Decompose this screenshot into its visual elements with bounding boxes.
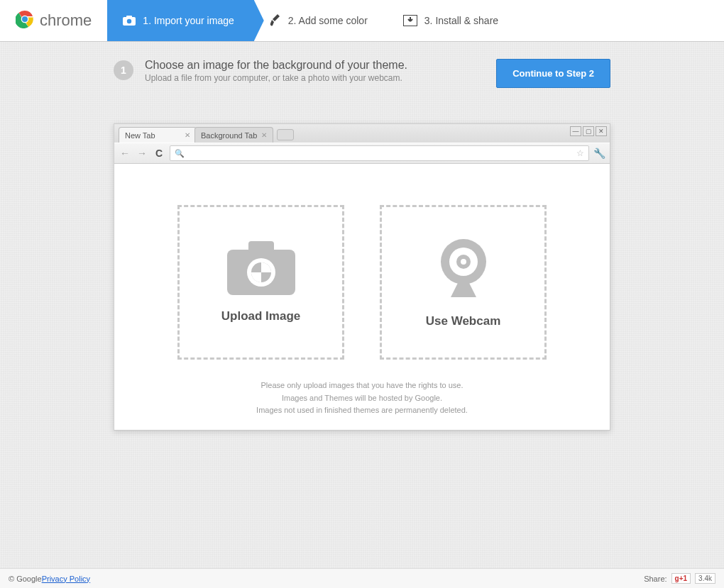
tab-new[interactable]: New Tab ✕ — [119, 127, 197, 143]
camera-icon — [123, 16, 136, 26]
page-body: Upload Image Use Webcam Please only uplo… — [114, 164, 610, 430]
svg-rect-4 — [126, 16, 132, 18]
continue-button[interactable]: Continue to Step 2 — [496, 59, 610, 88]
use-webcam-zone[interactable]: Use Webcam — [380, 205, 547, 360]
close-icon[interactable]: ✕ — [185, 131, 190, 139]
step-import[interactable]: 1. Import your image — [107, 0, 253, 41]
dropzones: Upload Image Use Webcam — [177, 205, 547, 360]
brand: chrome — [0, 0, 107, 41]
tab-label: Background Tab — [201, 131, 257, 140]
window-controls: — ▢ ✕ — [570, 126, 607, 136]
install-icon — [403, 15, 417, 26]
footer: © Google Privacy Policy Share: g+1 3.4k — [0, 568, 724, 588]
share-count: 3.4k — [695, 573, 715, 584]
page-subtitle: Upload a file from your computer, or tak… — [145, 73, 407, 83]
topbar: chrome 1. Import your image 2. Add some … — [0, 0, 724, 42]
toolbar: ← → C 🔍 ☆ 🔧 — [114, 143, 610, 164]
page-title: Choose an image for the background of yo… — [145, 59, 407, 72]
tab-background[interactable]: Background Tab ✕ — [194, 127, 273, 143]
upload-notes: Please only upload images that you have … — [256, 379, 468, 417]
omnibox[interactable]: 🔍 ☆ — [170, 145, 589, 161]
close-icon[interactable]: ✕ — [261, 131, 267, 139]
camera-icon — [227, 241, 295, 298]
share-label: Share: — [644, 575, 667, 583]
header-row: 1 Choose an image for the background of … — [114, 59, 610, 88]
close-button[interactable]: ✕ — [596, 126, 607, 136]
step-label: 3. Install & share — [424, 15, 498, 26]
gplus-button[interactable]: g+1 — [671, 573, 691, 584]
svg-point-5 — [127, 19, 131, 23]
chrome-logo-icon — [16, 10, 34, 31]
svg-rect-8 — [248, 241, 274, 253]
note-line: Images not used in finished themes are p… — [256, 404, 468, 417]
webcam-label: Use Webcam — [426, 314, 501, 328]
upload-label: Upload Image — [221, 309, 300, 323]
step-label: 1. Import your image — [143, 15, 234, 26]
wrench-icon[interactable]: 🔧 — [593, 148, 605, 159]
copyright: © Google — [9, 575, 42, 583]
step-badge: 1 — [114, 60, 133, 80]
webcam-icon — [435, 236, 492, 303]
share-group: Share: g+1 3.4k — [644, 573, 715, 584]
header-text: Choose an image for the background of yo… — [145, 59, 407, 83]
browser-preview: New Tab ✕ Background Tab ✕ — ▢ ✕ ← → C 🔍… — [114, 123, 610, 431]
header-left: 1 Choose an image for the background of … — [114, 59, 407, 83]
svg-point-2 — [22, 16, 28, 22]
new-tab-button[interactable] — [277, 129, 294, 140]
brand-name: chrome — [40, 11, 92, 30]
star-icon[interactable]: ☆ — [576, 148, 584, 158]
svg-point-14 — [461, 259, 466, 265]
note-line: Images and Themes will be hosted by Goog… — [256, 392, 468, 405]
step-color[interactable]: 2. Add some color — [254, 0, 388, 41]
brush-icon — [270, 14, 281, 27]
step-label: 2. Add some color — [288, 15, 368, 26]
forward-button[interactable]: → — [136, 147, 148, 160]
privacy-link[interactable]: Privacy Policy — [42, 575, 90, 583]
search-icon: 🔍 — [175, 149, 185, 158]
step-install[interactable]: 3. Install & share — [388, 0, 518, 41]
tabstrip: New Tab ✕ Background Tab ✕ — ▢ ✕ — [114, 124, 610, 143]
back-button[interactable]: ← — [119, 147, 131, 160]
minimize-button[interactable]: — — [570, 126, 581, 136]
note-line: Please only upload images that you have … — [256, 379, 468, 392]
tab-label: New Tab — [125, 131, 155, 140]
upload-image-zone[interactable]: Upload Image — [177, 205, 344, 360]
maximize-button[interactable]: ▢ — [583, 126, 594, 136]
reload-button[interactable]: C — [153, 147, 165, 160]
